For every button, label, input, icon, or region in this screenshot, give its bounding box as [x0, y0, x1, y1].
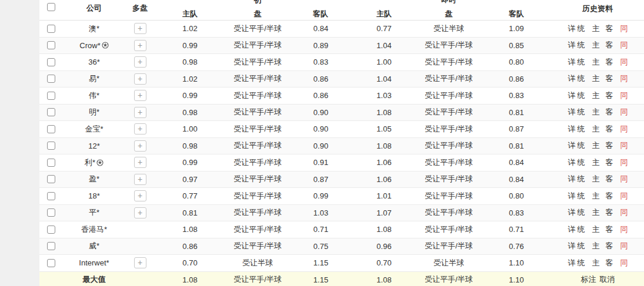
row-checkbox[interactable]: [47, 175, 55, 183]
history-home-link[interactable]: 主: [592, 225, 600, 234]
history-away-link[interactable]: 客: [606, 41, 613, 49]
history-home-link[interactable]: 主: [592, 24, 600, 33]
history-away-link[interactable]: 客: [606, 24, 613, 33]
row-checkbox[interactable]: [47, 242, 55, 250]
history-same-link[interactable]: 同: [620, 241, 628, 250]
row-checkbox[interactable]: [47, 142, 55, 150]
history-away-link[interactable]: 客: [606, 107, 613, 116]
history-same-link[interactable]: 同: [620, 191, 628, 200]
row-checkbox[interactable]: [47, 226, 55, 234]
history-detail-link[interactable]: 详: [568, 91, 576, 100]
history-same-link[interactable]: 同: [620, 174, 628, 183]
row-checkbox[interactable]: [47, 208, 55, 217]
history-home-link[interactable]: 主: [592, 91, 600, 100]
row-checkbox[interactable]: [47, 41, 55, 49]
expand-odds-button[interactable]: +: [134, 257, 146, 268]
history-away-link[interactable]: 客: [606, 241, 613, 250]
history-detail-link[interactable]: 详: [568, 24, 576, 33]
row-checkbox[interactable]: [47, 192, 55, 200]
history-away-link[interactable]: 客: [606, 258, 613, 267]
history-stats-link[interactable]: 统: [578, 241, 585, 250]
history-detail-link[interactable]: 详: [568, 174, 576, 183]
expand-odds-button[interactable]: +: [134, 90, 146, 101]
history-home-link[interactable]: 主: [592, 241, 600, 250]
history-home-link[interactable]: 主: [592, 125, 600, 133]
history-home-link[interactable]: 主: [592, 174, 600, 183]
history-detail-link[interactable]: 详: [568, 158, 576, 167]
expand-odds-button[interactable]: +: [134, 107, 146, 118]
history-same-link[interactable]: 同: [620, 107, 628, 116]
history-home-link[interactable]: 主: [592, 41, 600, 49]
history-home-link[interactable]: 主: [592, 208, 600, 217]
history-same-link[interactable]: 同: [620, 125, 628, 133]
history-stats-link[interactable]: 统: [578, 107, 585, 116]
history-away-link[interactable]: 客: [606, 74, 613, 83]
expand-odds-button[interactable]: +: [134, 23, 146, 34]
expand-odds-button[interactable]: +: [134, 123, 146, 134]
history-detail-link[interactable]: 详: [568, 141, 576, 150]
history-detail-link[interactable]: 详: [568, 208, 576, 217]
history-same-link[interactable]: 同: [620, 41, 628, 49]
row-checkbox[interactable]: [47, 259, 55, 267]
history-same-link[interactable]: 同: [620, 258, 628, 267]
history-stats-link[interactable]: 统: [578, 208, 585, 217]
row-checkbox[interactable]: [47, 25, 55, 33]
history-detail-link[interactable]: 详: [568, 125, 576, 133]
history-same-link[interactable]: 同: [620, 24, 628, 33]
history-stats-link[interactable]: 统: [578, 91, 585, 100]
history-stats-link[interactable]: 统: [578, 174, 585, 183]
history-home-link[interactable]: 主: [592, 258, 600, 267]
row-checkbox[interactable]: [47, 58, 55, 66]
row-checkbox[interactable]: [47, 159, 55, 167]
history-away-link[interactable]: 客: [606, 58, 613, 66]
history-home-link[interactable]: 主: [592, 107, 600, 116]
select-all-checkbox[interactable]: [47, 3, 55, 11]
history-detail-link[interactable]: 详: [568, 107, 576, 116]
history-home-link[interactable]: 主: [592, 58, 600, 66]
history-stats-link[interactable]: 统: [578, 191, 585, 200]
history-same-link[interactable]: 同: [620, 141, 628, 150]
history-home-link[interactable]: 主: [592, 158, 600, 167]
expand-odds-button[interactable]: +: [134, 40, 146, 51]
cancel-link[interactable]: 取消: [600, 275, 615, 284]
history-same-link[interactable]: 同: [620, 91, 628, 100]
history-detail-link[interactable]: 详: [568, 41, 576, 49]
history-same-link[interactable]: 同: [620, 158, 628, 167]
mark-link[interactable]: 标注: [581, 275, 596, 284]
history-stats-link[interactable]: 统: [578, 258, 585, 267]
expand-odds-button[interactable]: +: [134, 73, 146, 85]
history-home-link[interactable]: 主: [592, 74, 600, 83]
expand-odds-button[interactable]: +: [134, 174, 146, 185]
history-away-link[interactable]: 客: [606, 225, 613, 234]
expand-odds-button[interactable]: +: [134, 56, 146, 68]
expand-odds-button[interactable]: +: [134, 190, 146, 201]
expand-odds-button[interactable]: +: [134, 207, 146, 218]
history-home-link[interactable]: 主: [592, 191, 600, 200]
history-away-link[interactable]: 客: [606, 141, 613, 150]
history-same-link[interactable]: 同: [620, 208, 628, 217]
history-stats-link[interactable]: 统: [578, 58, 585, 66]
history-same-link[interactable]: 同: [620, 225, 628, 234]
history-stats-link[interactable]: 统: [578, 125, 585, 133]
row-checkbox[interactable]: [47, 92, 55, 100]
history-away-link[interactable]: 客: [606, 91, 613, 100]
history-away-link[interactable]: 客: [606, 174, 613, 183]
history-same-link[interactable]: 同: [620, 58, 628, 66]
history-detail-link[interactable]: 详: [568, 58, 576, 66]
history-same-link[interactable]: 同: [620, 74, 628, 83]
row-checkbox[interactable]: [47, 108, 55, 116]
history-detail-link[interactable]: 详: [568, 258, 576, 267]
history-away-link[interactable]: 客: [606, 191, 613, 200]
history-stats-link[interactable]: 统: [578, 74, 585, 83]
history-away-link[interactable]: 客: [606, 208, 613, 217]
history-away-link[interactable]: 客: [606, 125, 613, 133]
history-detail-link[interactable]: 详: [568, 191, 576, 200]
row-checkbox[interactable]: [47, 75, 55, 83]
history-detail-link[interactable]: 详: [568, 74, 576, 83]
history-stats-link[interactable]: 统: [578, 141, 585, 150]
row-checkbox[interactable]: [47, 125, 55, 133]
expand-odds-button[interactable]: +: [134, 157, 146, 168]
history-away-link[interactable]: 客: [606, 158, 613, 167]
expand-odds-button[interactable]: +: [134, 140, 146, 152]
history-stats-link[interactable]: 统: [578, 24, 585, 33]
